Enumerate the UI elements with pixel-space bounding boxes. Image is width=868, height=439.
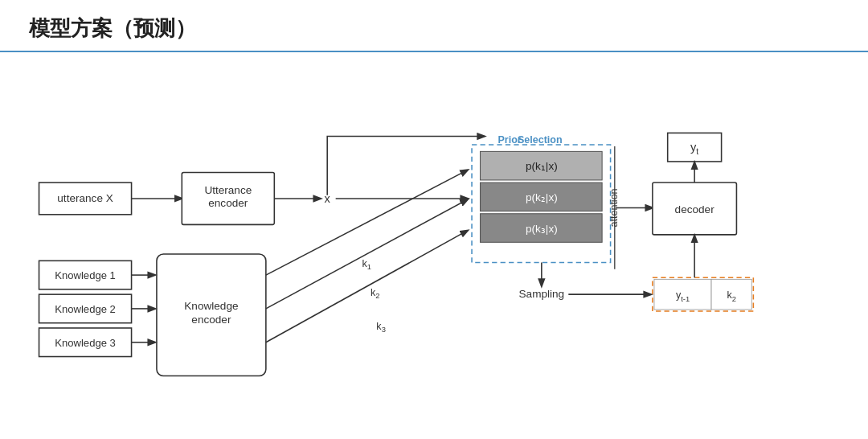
diagram-svg: utterance X Utterance encoder x Prior — [0, 52, 868, 439]
svg-text:k1: k1 — [362, 258, 372, 271]
svg-text:decoder: decoder — [675, 203, 715, 215]
svg-text:Sampling: Sampling — [519, 288, 565, 300]
svg-text:Knowledge 1: Knowledge 1 — [55, 269, 116, 281]
diagram-area: utterance X Utterance encoder x Prior — [0, 52, 868, 439]
svg-text:Knowledge 3: Knowledge 3 — [55, 337, 116, 349]
svg-text:encoder: encoder — [208, 197, 248, 209]
svg-line-49 — [266, 199, 468, 309]
svg-text:p(k₃|x): p(k₃|x) — [526, 223, 558, 235]
svg-text:p(k₂|x): p(k₂|x) — [526, 191, 558, 203]
page: 模型方案（预测） utterance X Utterance encoder x — [0, 0, 868, 439]
svg-text:p(k₁|x): p(k₁|x) — [526, 160, 558, 172]
svg-text:Selection: Selection — [518, 134, 563, 146]
svg-line-51 — [266, 231, 468, 343]
svg-text:utterance X: utterance X — [57, 192, 113, 204]
svg-text:Utterance: Utterance — [204, 184, 252, 196]
svg-text:Knowledge: Knowledge — [184, 300, 238, 312]
header: 模型方案（预测） — [0, 0, 868, 52]
svg-text:k3: k3 — [376, 321, 386, 334]
svg-text:encoder: encoder — [191, 314, 231, 326]
svg-text:Knowledge 2: Knowledge 2 — [55, 303, 116, 315]
page-title: 模型方案（预测） — [29, 16, 196, 40]
svg-text:k2: k2 — [371, 287, 380, 300]
